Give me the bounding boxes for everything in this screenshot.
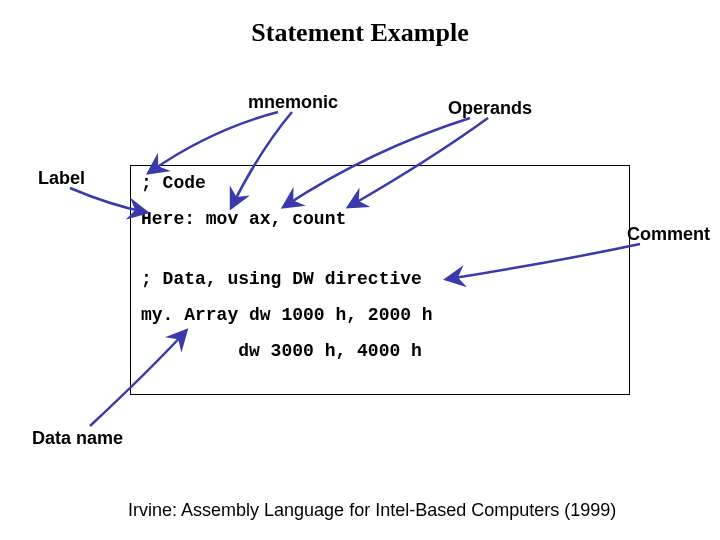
annot-mnemonic: mnemonic bbox=[248, 92, 338, 113]
annot-comment: Comment bbox=[627, 224, 710, 245]
page-title: Statement Example bbox=[0, 18, 720, 48]
annot-data-name: Data name bbox=[32, 428, 123, 449]
code-line-2: Here: mov ax, count bbox=[141, 210, 619, 228]
annot-operands: Operands bbox=[448, 98, 532, 119]
code-line-1: ; Code bbox=[141, 174, 619, 192]
code-line-4: my. Array dw 1000 h, 2000 h bbox=[141, 306, 619, 324]
slide: Statement Example mnemonic Operands Labe… bbox=[0, 0, 720, 540]
code-line-3: ; Data, using DW directive bbox=[141, 270, 619, 288]
annot-label: Label bbox=[38, 168, 85, 189]
code-line-5: dw 3000 h, 4000 h bbox=[141, 342, 619, 360]
code-box: ; Code Here: mov ax, count ; Data, using… bbox=[130, 165, 630, 395]
citation: Irvine: Assembly Language for Intel-Base… bbox=[128, 500, 616, 521]
arrow-mnemonic-semicolon bbox=[150, 112, 278, 172]
